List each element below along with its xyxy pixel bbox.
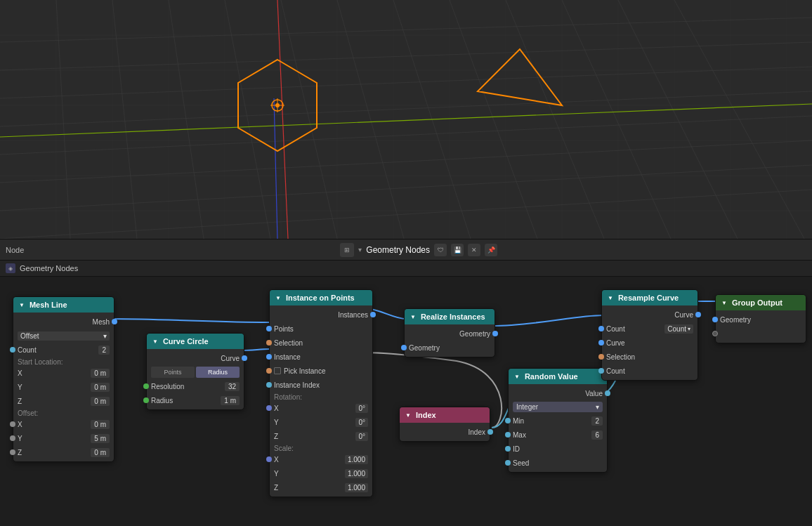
pin-icon[interactable]: 📌: [485, 244, 497, 256]
scale-y-label: Y: [274, 470, 345, 478]
rot-x-label: X: [274, 405, 355, 412]
iop-title: Instance on Points: [286, 294, 355, 302]
rc-count-dropdown[interactable]: Count▾: [664, 324, 693, 334]
mode-label: Node: [6, 246, 24, 254]
start-y-label: Y: [18, 383, 91, 391]
offset-y-label: Y: [18, 435, 91, 442]
start-z-label: Z: [18, 397, 91, 405]
go-geometry-label: Geometry: [720, 316, 751, 324]
pick-instance-check[interactable]: [274, 367, 281, 374]
instances-output: Instances: [338, 311, 368, 319]
index-output-label: Index: [469, 428, 485, 436]
rc-selection-label: Selection: [606, 353, 635, 361]
rot-y-value[interactable]: 0°: [355, 418, 368, 427]
viewport: [0, 0, 812, 239]
count-label: Count: [18, 346, 98, 354]
curve-circle-title: Curve Circle: [163, 337, 209, 346]
instance-input-label: Instance: [274, 353, 301, 361]
points-tab[interactable]: Points: [151, 367, 195, 378]
id-label: ID: [513, 445, 520, 453]
node-topbar: Node ⊞ ▾ Geometry Nodes 🛡 💾 ✕ 📌: [0, 239, 812, 260]
go-title: Group Output: [732, 298, 782, 307]
pick-instance-label: Pick Instance: [284, 367, 325, 375]
scale-z-value[interactable]: 1.000: [345, 483, 368, 492]
instance-on-points-node: ▼ Instance on Points Instances Points Se…: [269, 289, 373, 497]
integer-dropdown[interactable]: Integer▾: [513, 402, 603, 412]
rot-x-value[interactable]: 0°: [355, 404, 368, 413]
max-label: Max: [513, 431, 591, 439]
rc-collapse[interactable]: ▼: [608, 295, 613, 301]
rv-title: Random Value: [525, 372, 578, 381]
geo-nodes-icon: ◈: [6, 263, 15, 273]
selection-input-label: Selection: [274, 339, 303, 347]
offset-z-label: Z: [18, 449, 91, 456]
editor-name: Geometry Nodes: [366, 245, 430, 255]
resolution-value[interactable]: 32: [225, 382, 240, 391]
scale-x-label: X: [274, 456, 345, 463]
group-output-node: ▼ Group Output Geometry: [715, 294, 806, 343]
shield-icon[interactable]: 🛡: [434, 244, 447, 256]
collapse-arrow[interactable]: ▼: [19, 302, 25, 308]
geo-nodes-header: ◈ Geometry Nodes: [0, 260, 812, 277]
ri-geo-output: Geometry: [459, 330, 490, 338]
ri-title: Realize Instances: [421, 313, 485, 321]
grid-icon[interactable]: ⊞: [340, 243, 354, 257]
index-node: ▼ Index Index: [399, 407, 490, 442]
rv-collapse[interactable]: ▼: [514, 374, 520, 380]
min-value[interactable]: 2: [591, 416, 603, 426]
rc-title: Resample Curve: [618, 294, 679, 302]
radius-tab[interactable]: Radius: [196, 367, 240, 378]
rc-curve-output: Curve: [674, 311, 693, 319]
min-label: Min: [513, 417, 591, 425]
rc-curve-input: Curve: [606, 339, 625, 347]
rot-z-label: Z: [274, 433, 355, 440]
offset-dropdown[interactable]: Offset▾: [18, 331, 110, 341]
offset-y-value[interactable]: 5 m: [91, 434, 110, 443]
offset-x-value[interactable]: 0 m: [91, 420, 110, 429]
curve-circle-collapse[interactable]: ▼: [152, 338, 158, 345]
random-value-node: ▼ Random Value Value Integer▾ Min 2: [508, 368, 608, 473]
resample-curve-node: ▼ Resample Curve Curve Count Count▾ Curv…: [601, 289, 698, 381]
index-collapse[interactable]: ▼: [405, 412, 411, 419]
iop-collapse[interactable]: ▼: [275, 295, 281, 301]
dropdown-icon[interactable]: ▾: [358, 246, 362, 254]
start-z-value[interactable]: 0 m: [91, 397, 110, 406]
max-value[interactable]: 6: [591, 430, 603, 440]
start-x-label: X: [18, 369, 91, 377]
scale-y-value[interactable]: 1.000: [345, 469, 368, 478]
close-icon[interactable]: ✕: [468, 244, 480, 256]
ri-collapse[interactable]: ▼: [410, 314, 416, 320]
mesh-output-label: Mesh: [93, 318, 110, 326]
seed-label: Seed: [513, 459, 529, 467]
offset-x-label: X: [18, 421, 91, 428]
rot-z-value[interactable]: 0°: [355, 432, 368, 441]
rv-value-output: Value: [585, 390, 603, 397]
save-icon[interactable]: 💾: [451, 244, 464, 256]
points-input-label: Points: [274, 325, 294, 333]
radius-label: Radius: [151, 397, 221, 405]
rc-count-label: Count: [606, 325, 662, 333]
resolution-label: Resolution: [151, 383, 225, 390]
rc-count-input-label: Count: [606, 367, 625, 375]
scale-x-value[interactable]: 1.000: [345, 455, 368, 464]
scale-z-label: Z: [274, 484, 345, 492]
index-title: Index: [416, 411, 436, 419]
start-y-value[interactable]: 0 m: [91, 383, 110, 392]
realize-instances-node: ▼ Realize Instances Geometry Geometry: [404, 308, 495, 357]
curve-circle-node: ▼ Curve Circle Curve Points Radius Resol…: [146, 333, 244, 410]
mesh-line-title: Mesh Line: [30, 301, 67, 309]
mesh-line-node: ▼ Mesh Line Mesh Offset▾ Count 2 Start: [13, 296, 114, 462]
svg-rect-0: [0, 0, 812, 239]
instance-index-label: Instance Index: [274, 381, 320, 389]
go-collapse[interactable]: ▼: [721, 300, 727, 306]
ri-geo-input: Geometry: [409, 344, 440, 352]
radius-value[interactable]: 1 m: [221, 396, 240, 405]
count-value[interactable]: 2: [98, 346, 110, 355]
curve-output-label: Curve: [221, 355, 240, 362]
node-canvas: ▼ Mesh Line Mesh Offset▾ Count 2 Start: [0, 277, 812, 526]
geo-nodes-label: Geometry Nodes: [20, 264, 78, 272]
start-x-value[interactable]: 0 m: [91, 369, 110, 378]
offset-z-value[interactable]: 0 m: [91, 448, 110, 457]
rot-y-label: Y: [274, 419, 355, 426]
